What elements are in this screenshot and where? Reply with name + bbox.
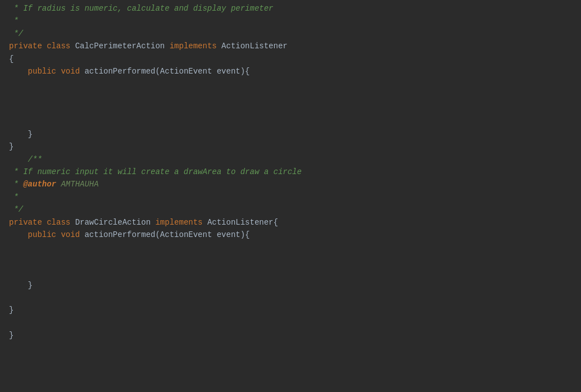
code-token: private bbox=[9, 40, 42, 52]
code-token: public bbox=[28, 65, 56, 78]
code-line bbox=[0, 317, 581, 329]
code-token: actionPerformed(ActionEvent event){ bbox=[80, 65, 249, 78]
code-token: { bbox=[9, 53, 13, 65]
code-token: private bbox=[9, 216, 42, 229]
code-line: } bbox=[0, 304, 581, 316]
code-token: */ bbox=[9, 203, 23, 216]
code-token: } bbox=[9, 329, 13, 341]
code-token bbox=[9, 229, 28, 241]
code-token: } bbox=[9, 304, 13, 316]
code-line: private class DrawCircleAction implement… bbox=[0, 216, 581, 229]
code-line: */ bbox=[0, 28, 581, 40]
code-token: * If numeric input it will create a draw… bbox=[9, 166, 302, 178]
code-token: implements bbox=[170, 40, 217, 52]
code-token: void bbox=[61, 229, 80, 241]
code-token: } bbox=[9, 279, 33, 291]
code-token: public bbox=[28, 229, 56, 241]
code-token: */ bbox=[9, 28, 23, 40]
code-line: * If radius is numeric, calculate and di… bbox=[0, 2, 581, 15]
code-token: AMTHAUHA bbox=[56, 178, 99, 190]
code-token bbox=[9, 65, 28, 78]
code-token: class bbox=[47, 216, 70, 229]
code-token: ActionListener bbox=[217, 40, 288, 52]
code-line: * bbox=[0, 15, 581, 27]
code-line: * bbox=[0, 191, 581, 203]
code-line: { bbox=[0, 53, 581, 65]
code-line: private class CalcPerimeterAction implem… bbox=[0, 40, 581, 52]
code-line: * If numeric input it will create a draw… bbox=[0, 166, 581, 178]
code-token: } bbox=[9, 140, 13, 153]
code-line bbox=[0, 103, 581, 115]
code-token: ActionListener{ bbox=[202, 216, 278, 229]
code-token: DrawCircleAction bbox=[70, 216, 155, 229]
code-token: /** bbox=[9, 153, 42, 166]
code-line: } bbox=[0, 279, 581, 291]
code-line bbox=[0, 78, 581, 90]
code-token: * bbox=[9, 191, 19, 203]
code-token: * bbox=[9, 15, 19, 27]
code-token: CalcPerimeterAction bbox=[70, 40, 169, 52]
code-token: implements bbox=[155, 216, 202, 229]
code-token: } bbox=[9, 128, 33, 140]
code-token bbox=[42, 216, 47, 229]
code-line bbox=[0, 241, 581, 253]
code-token: class bbox=[47, 40, 70, 52]
code-line: public void actionPerformed(ActionEvent … bbox=[0, 65, 581, 78]
code-line: public void actionPerformed(ActionEvent … bbox=[0, 229, 581, 241]
code-line: */ bbox=[0, 203, 581, 216]
code-editor: * If radius is numeric, calculate and di… bbox=[0, 0, 581, 392]
code-token: * If radius is numeric, calculate and di… bbox=[9, 2, 274, 15]
code-line: } bbox=[0, 329, 581, 341]
code-line: /** bbox=[0, 153, 581, 166]
code-token: void bbox=[61, 65, 80, 78]
code-line bbox=[0, 254, 581, 266]
code-token: @author bbox=[23, 178, 56, 190]
code-token: * bbox=[9, 178, 23, 190]
code-line: } bbox=[0, 128, 581, 140]
code-line bbox=[0, 90, 581, 103]
code-token: actionPerformed(ActionEvent event){ bbox=[80, 229, 249, 241]
code-line bbox=[0, 116, 581, 128]
code-token bbox=[56, 65, 61, 78]
code-token bbox=[56, 229, 61, 241]
code-line: } bbox=[0, 140, 581, 153]
code-line bbox=[0, 291, 581, 304]
code-line: * @author AMTHAUHA bbox=[0, 178, 581, 190]
code-token bbox=[42, 40, 47, 52]
code-line bbox=[0, 266, 581, 279]
